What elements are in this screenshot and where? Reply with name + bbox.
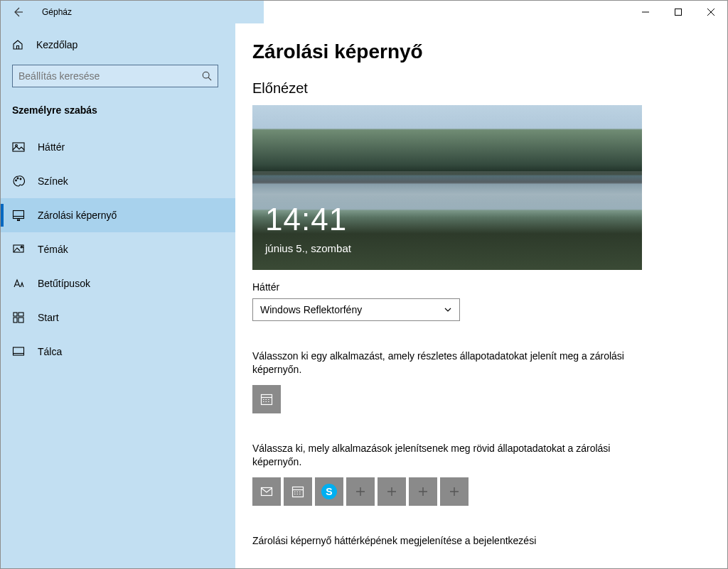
svg-rect-7 xyxy=(14,211,24,219)
search-wrap xyxy=(1,59,235,87)
quick-status-tiles: S xyxy=(252,477,699,506)
palette-icon xyxy=(12,175,25,188)
svg-rect-15 xyxy=(14,347,24,355)
window-title: Gépház xyxy=(35,7,72,17)
sidebar-item-label: Start xyxy=(38,312,59,323)
page-heading: Zárolási képernyő xyxy=(252,40,699,63)
svg-point-4 xyxy=(16,180,17,181)
sidebar-item-lockscreen[interactable]: Zárolási képernyő xyxy=(1,198,235,232)
svg-rect-2 xyxy=(13,143,24,151)
sidebar-item-label: Zárolási képernyő xyxy=(38,210,117,221)
signin-background-label: Zárolási képernyő háttérképének megjelen… xyxy=(252,534,651,548)
sidebar-item-start[interactable]: Start xyxy=(1,300,235,335)
plus-icon xyxy=(385,484,399,499)
sidebar-item-label: Témák xyxy=(38,244,68,255)
titlebar-left: Gépház xyxy=(1,1,72,23)
plus-icon xyxy=(447,484,461,499)
home-icon xyxy=(12,39,23,50)
sidebar-item-taskbar[interactable]: Tálca xyxy=(1,335,235,369)
svg-rect-11 xyxy=(14,313,17,316)
plus-icon xyxy=(416,484,430,499)
settings-window: Gépház Kezdőlap xyxy=(0,0,728,569)
plus-icon xyxy=(353,484,368,499)
quick-status-label: Válassza ki, mely alkalmazások jelenítse… xyxy=(252,442,651,469)
chevron-down-icon xyxy=(444,305,452,314)
quick-status-tile-add-3[interactable] xyxy=(409,477,437,506)
svg-point-1 xyxy=(203,72,209,78)
preview-label: Előnézet xyxy=(252,80,699,97)
close-button[interactable] xyxy=(695,1,727,23)
window-controls xyxy=(629,1,727,23)
quick-status-tile-skype[interactable]: S xyxy=(315,477,343,506)
svg-rect-14 xyxy=(18,318,23,323)
background-dropdown[interactable]: Windows Reflektorfény xyxy=(252,298,460,321)
calendar-icon xyxy=(291,484,305,499)
background-value: Windows Reflektorfény xyxy=(260,304,362,315)
sidebar-item-background[interactable]: Háttér xyxy=(1,130,235,164)
quick-status-tile-add-1[interactable] xyxy=(346,477,375,506)
home-label: Kezdőlap xyxy=(36,39,77,50)
quick-status-tile-add-4[interactable] xyxy=(440,477,469,506)
mail-icon xyxy=(259,484,274,499)
quick-status-tile-calendar[interactable] xyxy=(284,477,312,506)
titlebar-spacer xyxy=(264,1,629,23)
svg-rect-8 xyxy=(18,220,20,221)
main-content: Zárolási képernyő Előnézet 14:41 június … xyxy=(235,23,727,568)
detailed-status-tiles xyxy=(252,385,699,413)
home-button[interactable]: Kezdőlap xyxy=(1,31,235,59)
lockscreen-icon xyxy=(12,209,25,222)
sidebar: Kezdőlap Személyre szabás Háttér xyxy=(1,23,235,568)
titlebar: Gépház xyxy=(1,1,727,23)
sidebar-item-label: Betűtípusok xyxy=(38,278,90,289)
skype-icon: S xyxy=(321,484,337,499)
preview-time: 14:41 xyxy=(265,202,347,237)
sidebar-item-label: Háttér xyxy=(38,141,65,153)
quick-status-tile-mail[interactable] xyxy=(252,477,281,506)
svg-rect-12 xyxy=(18,313,23,316)
fonts-icon xyxy=(12,277,25,290)
background-label: Háttér xyxy=(252,281,699,293)
search-input-wrap[interactable] xyxy=(12,65,218,87)
calendar-icon xyxy=(259,392,274,406)
svg-rect-0 xyxy=(675,9,682,16)
svg-rect-13 xyxy=(14,318,17,323)
maximize-button[interactable] xyxy=(662,1,695,23)
themes-icon xyxy=(12,243,25,256)
picture-icon xyxy=(12,141,25,153)
search-icon xyxy=(202,71,212,81)
sidebar-section-title: Személyre szabás xyxy=(1,87,235,124)
sidebar-nav: Háttér Színek Zárolási képernyő xyxy=(1,130,235,369)
back-button[interactable] xyxy=(1,6,35,18)
start-icon xyxy=(12,311,25,324)
arrow-left-icon xyxy=(12,6,23,18)
minimize-button[interactable] xyxy=(629,1,662,23)
svg-point-6 xyxy=(20,178,21,180)
detailed-status-tile-calendar[interactable] xyxy=(252,385,281,413)
svg-point-10 xyxy=(21,246,22,248)
search-input[interactable] xyxy=(18,70,189,82)
svg-point-5 xyxy=(17,178,18,179)
body: Kezdőlap Személyre szabás Háttér xyxy=(1,23,727,568)
lockscreen-preview[interactable]: 14:41 június 5., szombat xyxy=(252,105,642,270)
sidebar-item-colors[interactable]: Színek xyxy=(1,164,235,198)
sidebar-item-fonts[interactable]: Betűtípusok xyxy=(1,266,235,300)
maximize-icon xyxy=(675,9,682,16)
minimize-icon xyxy=(642,9,649,16)
close-icon xyxy=(707,9,714,16)
sidebar-item-label: Tálca xyxy=(38,346,62,357)
sidebar-item-themes[interactable]: Témák xyxy=(1,232,235,266)
taskbar-icon xyxy=(12,345,25,358)
detailed-status-label: Válasszon ki egy alkalmazást, amely rész… xyxy=(252,349,651,376)
sidebar-item-label: Színek xyxy=(38,175,68,187)
quick-status-tile-add-2[interactable] xyxy=(378,477,406,506)
preview-date: június 5., szombat xyxy=(265,242,351,254)
